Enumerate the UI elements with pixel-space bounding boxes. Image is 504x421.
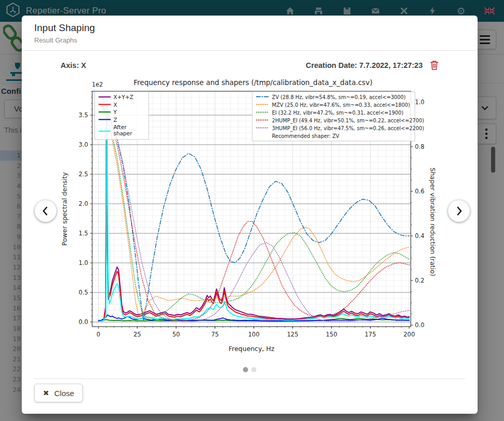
- svg-text:175: 175: [365, 331, 376, 338]
- svg-text:Recommended shaper: ZV: Recommended shaper: ZV: [272, 133, 339, 139]
- trash-icon: [429, 60, 439, 71]
- svg-text:0.5: 0.5: [79, 289, 88, 296]
- svg-text:Frequency, Hz: Frequency, Hz: [228, 345, 275, 353]
- svg-text:2.5: 2.5: [79, 171, 88, 178]
- svg-text:Power spectral density: Power spectral density: [61, 172, 68, 246]
- svg-text:Shaper vibration reduction (ra: Shaper vibration reduction (ratio): [429, 167, 437, 276]
- carousel-dot-2[interactable]: [251, 367, 256, 372]
- axis-label: Axis: X: [61, 61, 86, 69]
- svg-text:2HUMP_EI (49.4 Hz, vibr=50.1%,: 2HUMP_EI (49.4 Hz, vibr=50.1%, sm~=0.22,…: [272, 118, 424, 124]
- close-button-label: Close: [54, 389, 74, 398]
- svg-text:0.4: 0.4: [415, 232, 424, 240]
- svg-text:150: 150: [326, 331, 337, 338]
- svg-text:0.6: 0.6: [415, 188, 424, 195]
- svg-text:2.0: 2.0: [79, 200, 88, 207]
- svg-text:X: X: [113, 102, 117, 108]
- dialog-header: Input Shaping Result Graphs: [22, 16, 478, 51]
- svg-text:3.5: 3.5: [79, 111, 88, 119]
- svg-text:25: 25: [134, 331, 141, 338]
- dialog-title: Input Shaping: [34, 22, 95, 34]
- svg-text:75: 75: [211, 331, 219, 338]
- delete-result-button[interactable]: [429, 60, 439, 71]
- svg-text:Y: Y: [113, 109, 117, 115]
- footer-divider: [34, 378, 465, 379]
- svg-text:ZV (28.8 Hz, vibr=54.8%, sm~=0: ZV (28.8 Hz, vibr=54.8%, sm~=0.19, accel…: [272, 94, 406, 100]
- creation-date-label: Creation Date: 7.7.2022, 17:27:23: [306, 61, 423, 69]
- dialog-subtitle: Result Graphs: [34, 36, 77, 44]
- close-x-icon: ✖: [43, 389, 49, 397]
- svg-text:MZV (25.0 Hz, vibr=47.6%, sm~=: MZV (25.0 Hz, vibr=47.6%, sm~=0.33, acce…: [272, 102, 410, 108]
- svg-text:3HUMP_EI (56.0 Hz, vibr=47.5%,: 3HUMP_EI (56.0 Hz, vibr=47.5%, sm~=0.26,…: [272, 125, 424, 132]
- svg-text:1.0: 1.0: [79, 259, 88, 266]
- chevron-right-icon: [452, 204, 466, 218]
- result-meta-row: Axis: X Creation Date: 7.7.2022, 17:27:2…: [61, 58, 439, 73]
- svg-text:3.0: 3.0: [79, 141, 88, 148]
- svg-text:0.0: 0.0: [415, 321, 424, 329]
- svg-text:100: 100: [248, 331, 260, 338]
- svg-text:50: 50: [172, 331, 180, 338]
- svg-text:EI (32.2 Hz, vibr=47.2%, sm~=0: EI (32.2 Hz, vibr=47.2%, sm~=0.31, accel…: [272, 110, 404, 116]
- close-button[interactable]: ✖ Close: [34, 384, 83, 402]
- input-shaping-dialog: Input Shaping Result Graphs Axis: X Crea…: [22, 16, 478, 414]
- screen: Repetier-Server Pro: [0, 0, 504, 421]
- svg-text:shaper: shaper: [113, 130, 133, 136]
- carousel-next-button[interactable]: [448, 200, 470, 222]
- carousel-dot-1[interactable]: [243, 367, 248, 372]
- chevron-left-icon: [39, 204, 52, 218]
- svg-text:Frequency response and shapers: Frequency response and shapers (/tmp/cal…: [134, 78, 372, 87]
- svg-text:1.0: 1.0: [415, 99, 424, 106]
- carousel-prev-button[interactable]: [35, 200, 56, 222]
- result-graph-image: 02550751001251501752000.00.51.01.52.02.5…: [60, 75, 441, 361]
- svg-text:After: After: [113, 124, 127, 130]
- svg-text:Z: Z: [113, 117, 117, 123]
- svg-text:1e2: 1e2: [92, 81, 103, 88]
- svg-text:0.2: 0.2: [415, 277, 424, 284]
- svg-text:X+Y+Z: X+Y+Z: [113, 94, 133, 100]
- svg-text:0.8: 0.8: [415, 143, 424, 150]
- svg-text:125: 125: [287, 331, 298, 338]
- svg-text:1.5: 1.5: [79, 230, 88, 237]
- svg-text:0.0: 0.0: [79, 318, 88, 326]
- svg-text:0: 0: [96, 331, 100, 338]
- carousel-pagination-dots: [22, 367, 478, 372]
- svg-text:200: 200: [404, 331, 415, 338]
